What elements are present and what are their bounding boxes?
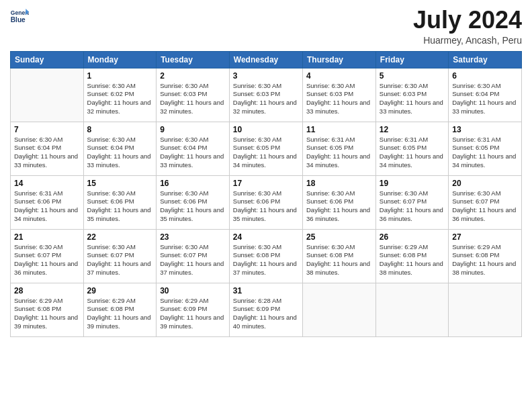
calendar-week-row: 7Sunrise: 6:30 AMSunset: 6:04 PMDaylight… — [11, 122, 522, 175]
day-info: Sunrise: 6:31 AMSunset: 6:06 PMDaylight:… — [14, 189, 80, 224]
calendar-cell: 3Sunrise: 6:30 AMSunset: 6:03 PMDaylight… — [229, 68, 302, 122]
day-number: 3 — [233, 71, 299, 81]
day-info: Sunrise: 6:28 AMSunset: 6:09 PMDaylight:… — [233, 297, 299, 331]
calendar-cell: 7Sunrise: 6:30 AMSunset: 6:04 PMDaylight… — [11, 122, 84, 175]
calendar-cell — [11, 68, 84, 122]
day-number: 28 — [14, 286, 80, 295]
day-number: 16 — [160, 179, 226, 188]
col-monday: Monday — [83, 51, 157, 68]
calendar-cell: 14Sunrise: 6:31 AMSunset: 6:06 PMDayligh… — [11, 175, 84, 229]
col-saturday: Saturday — [449, 51, 522, 68]
day-info: Sunrise: 6:29 AMSunset: 6:08 PMDaylight:… — [87, 297, 153, 331]
calendar-cell: 23Sunrise: 6:30 AMSunset: 6:07 PMDayligh… — [157, 229, 230, 283]
calendar-cell: 21Sunrise: 6:30 AMSunset: 6:07 PMDayligh… — [11, 229, 84, 283]
day-info: Sunrise: 6:30 AMSunset: 6:03 PMDaylight:… — [380, 82, 445, 116]
calendar-cell: 24Sunrise: 6:30 AMSunset: 6:08 PMDayligh… — [229, 229, 302, 283]
calendar-cell: 1Sunrise: 6:30 AMSunset: 6:02 PMDaylight… — [83, 68, 157, 122]
day-info: Sunrise: 6:30 AMSunset: 6:07 PMDaylight:… — [14, 243, 80, 277]
day-info: Sunrise: 6:30 AMSunset: 6:03 PMDaylight:… — [233, 82, 299, 116]
day-number: 30 — [160, 286, 226, 295]
calendar-cell: 13Sunrise: 6:31 AMSunset: 6:05 PMDayligh… — [449, 122, 522, 175]
day-number: 19 — [380, 179, 445, 188]
calendar-cell: 30Sunrise: 6:29 AMSunset: 6:09 PMDayligh… — [157, 283, 230, 336]
title-block: July 2024 Huarmey, Ancash, Peru — [413, 7, 522, 46]
day-info: Sunrise: 6:30 AMSunset: 6:07 PMDaylight:… — [452, 189, 518, 224]
day-number: 11 — [306, 125, 372, 134]
calendar-table: Sunday Monday Tuesday Wednesday Thursday… — [10, 51, 522, 337]
calendar-cell: 27Sunrise: 6:29 AMSunset: 6:08 PMDayligh… — [449, 229, 522, 283]
day-info: Sunrise: 6:30 AMSunset: 6:07 PMDaylight:… — [87, 243, 153, 277]
page: General Blue July 2024 Huarmey, Ancash, … — [0, 0, 532, 411]
calendar-week-row: 1Sunrise: 6:30 AMSunset: 6:02 PMDaylight… — [11, 68, 522, 122]
calendar-cell: 26Sunrise: 6:29 AMSunset: 6:08 PMDayligh… — [375, 229, 448, 283]
calendar-cell: 20Sunrise: 6:30 AMSunset: 6:07 PMDayligh… — [449, 175, 522, 229]
day-info: Sunrise: 6:30 AMSunset: 6:06 PMDaylight:… — [233, 189, 299, 224]
day-info: Sunrise: 6:30 AMSunset: 6:03 PMDaylight:… — [306, 82, 372, 116]
day-number: 26 — [380, 232, 445, 242]
day-number: 5 — [380, 71, 445, 81]
calendar-cell: 4Sunrise: 6:30 AMSunset: 6:03 PMDaylight… — [303, 68, 376, 122]
calendar-cell: 2Sunrise: 6:30 AMSunset: 6:03 PMDaylight… — [157, 68, 230, 122]
day-info: Sunrise: 6:29 AMSunset: 6:08 PMDaylight:… — [452, 243, 518, 277]
day-number: 29 — [87, 286, 153, 295]
svg-text:Blue: Blue — [11, 16, 26, 24]
day-number: 7 — [14, 125, 80, 134]
calendar-cell: 11Sunrise: 6:31 AMSunset: 6:05 PMDayligh… — [303, 122, 376, 175]
calendar-week-row: 28Sunrise: 6:29 AMSunset: 6:08 PMDayligh… — [11, 283, 522, 336]
day-info: Sunrise: 6:30 AMSunset: 6:04 PMDaylight:… — [14, 136, 80, 170]
day-info: Sunrise: 6:31 AMSunset: 6:05 PMDaylight:… — [452, 136, 518, 170]
day-number: 15 — [87, 179, 153, 188]
day-info: Sunrise: 6:30 AMSunset: 6:06 PMDaylight:… — [160, 189, 226, 224]
col-friday: Friday — [375, 51, 448, 68]
day-number: 14 — [14, 179, 80, 188]
day-info: Sunrise: 6:30 AMSunset: 6:04 PMDaylight:… — [87, 136, 153, 170]
day-number: 2 — [160, 71, 226, 81]
col-tuesday: Tuesday — [157, 51, 230, 68]
calendar-cell — [303, 283, 376, 336]
day-info: Sunrise: 6:31 AMSunset: 6:05 PMDaylight:… — [306, 136, 372, 170]
col-wednesday: Wednesday — [229, 51, 302, 68]
day-info: Sunrise: 6:29 AMSunset: 6:08 PMDaylight:… — [380, 243, 445, 277]
day-info: Sunrise: 6:30 AMSunset: 6:06 PMDaylight:… — [87, 189, 153, 224]
day-info: Sunrise: 6:30 AMSunset: 6:05 PMDaylight:… — [233, 136, 299, 170]
day-number: 13 — [452, 125, 518, 134]
day-info: Sunrise: 6:31 AMSunset: 6:05 PMDaylight:… — [380, 136, 445, 170]
calendar-cell: 17Sunrise: 6:30 AMSunset: 6:06 PMDayligh… — [229, 175, 302, 229]
calendar-cell: 28Sunrise: 6:29 AMSunset: 6:08 PMDayligh… — [11, 283, 84, 336]
day-number: 8 — [87, 125, 153, 134]
calendar-week-row: 21Sunrise: 6:30 AMSunset: 6:07 PMDayligh… — [11, 229, 522, 283]
day-number: 1 — [87, 71, 153, 81]
calendar-header-row: Sunday Monday Tuesday Wednesday Thursday… — [11, 51, 522, 68]
day-number: 10 — [233, 125, 299, 134]
month-year: July 2024 — [413, 7, 522, 34]
calendar-cell: 18Sunrise: 6:30 AMSunset: 6:06 PMDayligh… — [303, 175, 376, 229]
day-number: 18 — [306, 179, 372, 188]
day-info: Sunrise: 6:29 AMSunset: 6:09 PMDaylight:… — [160, 297, 226, 331]
day-info: Sunrise: 6:30 AMSunset: 6:02 PMDaylight:… — [87, 82, 153, 116]
day-info: Sunrise: 6:30 AMSunset: 6:07 PMDaylight:… — [380, 189, 445, 224]
day-number: 20 — [452, 179, 518, 188]
header: General Blue July 2024 Huarmey, Ancash, … — [10, 7, 522, 46]
day-info: Sunrise: 6:30 AMSunset: 6:04 PMDaylight:… — [160, 136, 226, 170]
col-sunday: Sunday — [11, 51, 84, 68]
calendar-cell: 12Sunrise: 6:31 AMSunset: 6:05 PMDayligh… — [375, 122, 448, 175]
day-number: 9 — [160, 125, 226, 134]
location: Huarmey, Ancash, Peru — [413, 35, 522, 46]
day-info: Sunrise: 6:30 AMSunset: 6:07 PMDaylight:… — [160, 243, 226, 277]
calendar-cell: 31Sunrise: 6:28 AMSunset: 6:09 PMDayligh… — [229, 283, 302, 336]
day-number: 12 — [380, 125, 445, 134]
calendar-cell: 5Sunrise: 6:30 AMSunset: 6:03 PMDaylight… — [375, 68, 448, 122]
day-number: 27 — [452, 232, 518, 242]
calendar-cell: 8Sunrise: 6:30 AMSunset: 6:04 PMDaylight… — [83, 122, 157, 175]
calendar-cell: 29Sunrise: 6:29 AMSunset: 6:08 PMDayligh… — [83, 283, 157, 336]
calendar-cell — [375, 283, 448, 336]
calendar-cell: 6Sunrise: 6:30 AMSunset: 6:04 PMDaylight… — [449, 68, 522, 122]
calendar-cell: 22Sunrise: 6:30 AMSunset: 6:07 PMDayligh… — [83, 229, 157, 283]
logo-icon: General Blue — [10, 7, 29, 26]
calendar-cell: 16Sunrise: 6:30 AMSunset: 6:06 PMDayligh… — [157, 175, 230, 229]
calendar-cell: 10Sunrise: 6:30 AMSunset: 6:05 PMDayligh… — [229, 122, 302, 175]
col-thursday: Thursday — [303, 51, 376, 68]
day-info: Sunrise: 6:30 AMSunset: 6:08 PMDaylight:… — [306, 243, 372, 277]
day-number: 6 — [452, 71, 518, 81]
day-number: 24 — [233, 232, 299, 242]
